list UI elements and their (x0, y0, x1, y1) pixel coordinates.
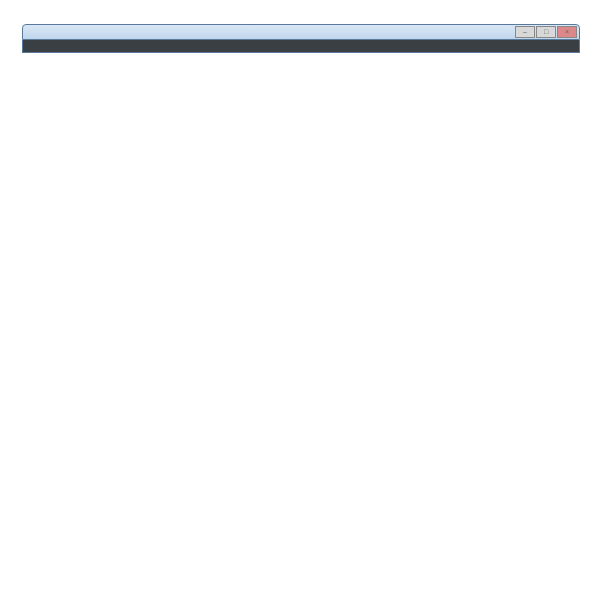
window-titlebar: – □ × (22, 24, 580, 40)
caption-bottom (0, 53, 600, 73)
app-window: – □ × (22, 24, 580, 53)
window-minimize-button[interactable]: – (515, 26, 535, 38)
window-close-button[interactable]: × (557, 26, 577, 38)
caption-top (0, 0, 600, 16)
menubar (23, 40, 579, 46)
window-maximize-button[interactable]: □ (536, 26, 556, 38)
